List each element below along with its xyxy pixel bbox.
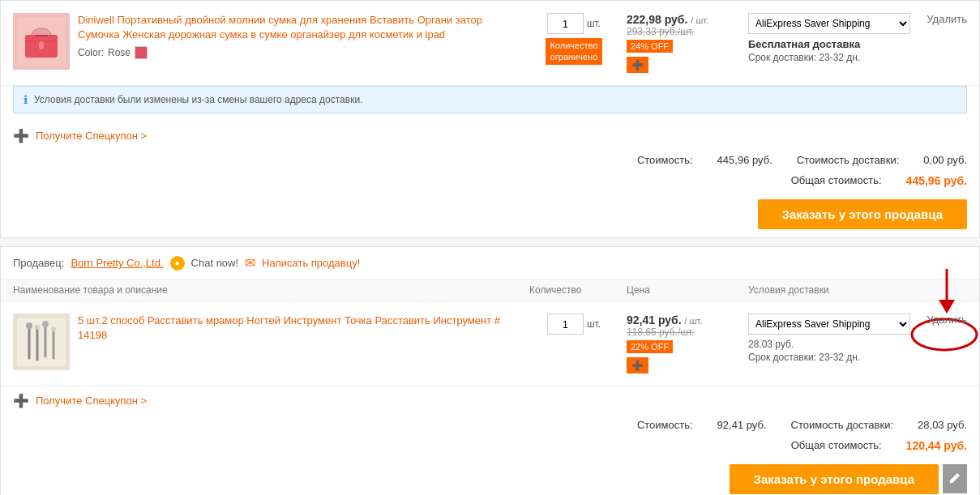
col-shipping-header-2: Условия доставки [748, 284, 910, 296]
product-row-2: 5 шт.2 способ Расставить мрамор Ногтей И… [1, 301, 979, 386]
order-btn-row-2: Заказать у этого продавца [1, 456, 979, 495]
shipping-cost-label-2: Стоимость доставки: [791, 419, 894, 431]
svg-point-10 [35, 325, 40, 330]
svg-point-12 [42, 321, 49, 327]
price-main-2: 92,41 руб. / шт. [627, 314, 740, 326]
cart-section-2: Продавец: Born Pretty Co.,Ltd. ● Chat no… [0, 246, 980, 495]
qty-unit-1: шт. [587, 18, 601, 29]
qty-input-2[interactable] [547, 314, 584, 335]
svg-marker-16 [939, 300, 955, 314]
price-original-1: 293,33 руб./шт. [627, 26, 740, 37]
color-value-1: Rose [108, 47, 131, 58]
shipping-cost-value-1: 0,00 руб. [923, 154, 967, 166]
coupon-icon-2: ➕ [13, 393, 29, 408]
price-section-2: 92,41 руб. / шт. 118,65 руб./шт. 22% OFF… [627, 314, 740, 373]
coupon-link-2[interactable]: Получите Спецкупон > [36, 395, 147, 407]
cost-value-1: 445,96 руб. [717, 154, 772, 166]
product-row-1: Diniwell Портативный двойной молнии сумк… [1, 1, 979, 86]
svg-point-8 [26, 322, 32, 329]
coupon-icon-1: ➕ [13, 128, 29, 143]
order-btn-row-1: Заказать у этого продавца [1, 191, 979, 237]
svg-rect-5 [39, 41, 44, 49]
discount-badge-1: 24% OFF [627, 40, 673, 53]
free-shipping-1: Бесплатная доставка [748, 38, 910, 50]
order-btn-1[interactable]: Заказать у этого продавца [758, 199, 967, 229]
qty-input-row-2: шт. [547, 314, 601, 335]
price-section-1: 222,98 руб. / шт. 293,33 руб./шт. 24% OF… [627, 13, 740, 73]
totals-row-1: Стоимость: 445,96 руб. Стоимость доставк… [1, 150, 979, 170]
total-grand-1: 445,96 руб. [906, 174, 967, 187]
seller-name-link-2[interactable]: Born Pretty Co.,Ltd. [71, 257, 163, 269]
product-title-rest-1: Портативный двойной молнии сумка для хра… [78, 14, 482, 41]
shipping-cost-2: 28,03 руб. [748, 339, 910, 350]
chat-now-text-2[interactable]: Chat now! [191, 257, 239, 269]
edit-btn-2[interactable] [943, 464, 967, 493]
color-swatch-1 [135, 46, 148, 59]
cart-section-1: Diniwell Портативный двойной молнии сумк… [0, 0, 980, 238]
product-image-1 [13, 13, 70, 70]
totals-grand-row-1: Общая стоимость: 445,96 руб. [1, 170, 979, 191]
total-label-1: Общая стоимость: [791, 174, 882, 187]
cost-value-2: 92,41 руб. [717, 419, 767, 431]
product-info-1: Diniwell Портативный двойной молнии сумк… [78, 13, 521, 59]
wishlist-icon-2: ➕ [631, 360, 644, 371]
shipping-select-2[interactable]: AliExpress Saver Shipping [748, 314, 910, 335]
product-info-2: 5 шт.2 способ Расставить мрамор Ногтей И… [78, 314, 521, 343]
edit-icon-2 [948, 472, 961, 485]
info-banner-1: ℹ Условия доставки были изменены из-за с… [13, 86, 967, 113]
info-banner-text-1: Условия доставки были изменены из-за сме… [34, 94, 362, 105]
product-title-2[interactable]: 5 шт.2 способ Расставить мрамор Ногтей И… [78, 314, 521, 343]
color-label-1: Color: [78, 47, 104, 58]
price-main-1: 222,98 руб. / шт. [627, 13, 740, 26]
columns-header-2: Наименование товара и описание Количеств… [1, 280, 979, 301]
totals-grand-row-2: Общая стоимость: 120,44 руб. [1, 435, 979, 456]
total-grand-2: 120,44 руб. [906, 439, 967, 452]
msg-icon-2: ✉ [245, 255, 255, 271]
svg-rect-4 [35, 35, 48, 36]
product-title-link-1[interactable]: Diniwell [78, 14, 114, 26]
delete-wrapper-2: Удалить [918, 314, 967, 326]
coupon-row-1: ➕ Получите Спецкупон > [1, 122, 979, 150]
svg-rect-6 [17, 318, 66, 366]
col-name-header-2: Наименование товара и описание [13, 284, 521, 296]
seller-row-2: Продавец: Born Pretty Co.,Ltd. ● Chat no… [1, 247, 979, 280]
delivery-time-1: Срок доставки: 23-32 дн. [748, 52, 910, 63]
qty-input-1[interactable] [547, 13, 584, 34]
shipping-cost-value-2: 28,03 руб. [918, 419, 967, 431]
product-title-1[interactable]: Diniwell Портативный двойной молнии сумк… [78, 13, 521, 42]
price-original-2: 118,65 руб./шт. [627, 326, 740, 338]
color-row-1: Color: Rose [78, 46, 521, 59]
total-label-2: Общая стоимость: [791, 439, 882, 452]
coupon-link-1[interactable]: Получите Спецкупон > [36, 130, 147, 142]
shipping-cost-label-1: Стоимость доставки: [797, 154, 900, 166]
qty-input-row-1: шт. [547, 13, 601, 34]
product-title-text-2: 5 шт.2 способ Расставить мрамор Ногтей И… [78, 314, 500, 341]
quantity-section-1: шт. Количество ограничено [529, 13, 618, 65]
order-btn-2[interactable]: Заказать у этого продавца [730, 464, 939, 494]
col-price-header-2: Цена [627, 284, 740, 296]
cost-label-1: Стоимость: [637, 154, 693, 166]
quantity-section-2: шт. [529, 314, 618, 335]
delete-btn-1[interactable]: Удалить [918, 13, 967, 25]
shipping-select-1[interactable]: AliExpress Saver Shipping [748, 13, 910, 34]
delete-btn-2[interactable]: Удалить [918, 314, 967, 326]
product-image-2 [13, 314, 70, 370]
qty-unit-2: шт. [587, 318, 601, 330]
info-icon-1: ℹ [24, 93, 28, 106]
wishlist-btn-1[interactable]: ➕ [627, 57, 648, 73]
shipping-section-2: AliExpress Saver Shipping 28,03 руб. Сро… [748, 314, 910, 363]
wishlist-icon-1: ➕ [631, 59, 644, 70]
totals-row-2: Стоимость: 92,41 руб. Стоимость доставки… [1, 415, 979, 435]
discount-badge-2: 22% OFF [627, 340, 673, 353]
shipping-section-1: AliExpress Saver Shipping Бесплатная дос… [748, 13, 910, 63]
chat-icon-2[interactable]: ● [170, 256, 185, 271]
delivery-time-2: Срок доставки: 23-32 дн. [748, 352, 910, 363]
write-seller-link-2[interactable]: Написать продавцу! [262, 257, 360, 269]
cost-label-2: Стоимость: [637, 419, 693, 431]
col-qty-header-2: Количество [529, 284, 618, 296]
col-delete-header-2 [918, 284, 967, 296]
svg-point-14 [51, 326, 56, 331]
seller-label-2: Продавец: [13, 257, 64, 269]
wishlist-btn-2[interactable]: ➕ [627, 357, 648, 373]
coupon-row-2: ➕ Получите Спецкупон > [1, 386, 979, 415]
